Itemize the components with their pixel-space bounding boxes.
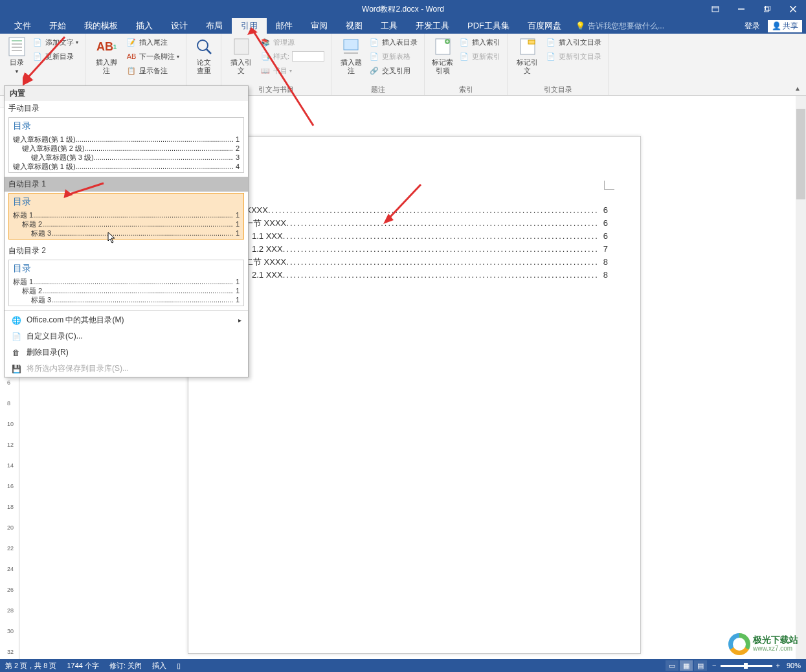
toc-row[interactable]: 2.1 XXX8 — [221, 269, 608, 282]
insert-index-icon: 📄 — [459, 37, 469, 47]
bibliography-button[interactable]: 📖书目▾ — [258, 63, 327, 78]
insert-table-figures-button[interactable]: 📄插入表目录 — [366, 35, 420, 49]
update-index-button[interactable]: 📄更新索引 — [456, 49, 503, 63]
tab-developer[interactable]: 开发工具 — [407, 18, 458, 34]
ribbon-tabs: 文件 开始 我的模板 插入 设计 布局 引用 邮件 审阅 视图 工具 开发工具 … — [0, 18, 806, 34]
mark-index-button[interactable]: 标记索引项 — [429, 35, 456, 85]
document-page[interactable]: 录 一章 XXXXX6第一节 XXXX61.1 XXX61.2 XXX7第二节 … — [188, 136, 641, 654]
zoom-out-button[interactable]: − — [712, 662, 716, 669]
mark-citation-button[interactable]: 标记引文 — [511, 35, 543, 85]
remove-toc[interactable]: 🗑删除目录(R) — [5, 344, 248, 361]
next-icon: AB — [126, 51, 137, 62]
tab-references[interactable]: 引用 — [232, 18, 267, 34]
ruler-tick: 28 — [7, 607, 14, 614]
custom-toc[interactable]: 📄自定义目录(C)... — [5, 328, 248, 344]
ribbon-display-icon[interactable] — [702, 0, 728, 18]
svg-rect-22 — [528, 40, 535, 44]
tab-mailings[interactable]: 邮件 — [267, 18, 302, 34]
update-icon: 📄 — [369, 51, 379, 62]
update-icon: 📄 — [459, 51, 469, 62]
tof-icon: 📄 — [369, 37, 379, 47]
insert-authority-button[interactable]: 📄插入引文目录 — [543, 35, 604, 49]
toc-row[interactable]: 第二节 XXXX8 — [221, 256, 608, 269]
status-words[interactable]: 1744 个字 — [67, 661, 99, 671]
vertical-scrollbar[interactable] — [796, 96, 806, 659]
zoom-slider[interactable] — [721, 665, 772, 667]
ruler-tick: 32 — [7, 649, 14, 655]
ruler-tick: 26 — [7, 587, 14, 593]
ruler-tick: 8 — [7, 400, 10, 407]
thesis-check-button[interactable]: 论文查重 — [190, 35, 217, 85]
endnote-icon: 📝 — [126, 37, 137, 47]
status-insert[interactable]: 插入 — [152, 661, 166, 671]
insert-citation-button[interactable]: 插入引文 — [225, 35, 258, 85]
scrollbar-thumb[interactable] — [796, 109, 805, 199]
tab-view[interactable]: 视图 — [337, 18, 372, 34]
tell-me-input[interactable]: 💡告诉我您想要做什么... — [576, 18, 664, 34]
toc-row[interactable]: 第一节 XXXX6 — [221, 217, 608, 230]
close-icon[interactable] — [780, 0, 806, 18]
cursor-icon — [107, 232, 117, 243]
collapse-ribbon-icon[interactable]: ▲ — [794, 85, 803, 94]
toc-button[interactable]: 目录▼ — [4, 35, 30, 85]
crossref-icon: 🔗 — [369, 65, 379, 76]
chevron-down-icon: ▼ — [14, 69, 19, 74]
chevron-down-icon: ▾ — [76, 39, 78, 45]
ruler-tick: 20 — [7, 524, 14, 531]
zoom-in-button[interactable]: + — [776, 662, 780, 669]
tab-layout[interactable]: 布局 — [197, 18, 232, 34]
gallery-section-auto2: 自动目录 2 — [5, 243, 248, 258]
toc-gallery-dropdown: 内置 手动目录 目录 键入章标题(第 1 级)1键入章标题(第 2 级)2键入章… — [4, 85, 249, 377]
manage-sources-button[interactable]: 📚管理源 — [258, 35, 327, 49]
update-toc-button[interactable]: 📄更新目录 — [30, 49, 81, 63]
caption-icon — [341, 36, 361, 57]
macro-icon[interactable]: ▯ — [177, 662, 181, 670]
gallery-header: 内置 — [5, 86, 248, 101]
update-authority-button[interactable]: 📄更新引文目录 — [543, 49, 604, 63]
share-button[interactable]: 👤共享 — [768, 20, 802, 32]
tab-home[interactable]: 开始 — [40, 18, 75, 34]
cross-reference-button[interactable]: 🔗交叉引用 — [366, 63, 420, 78]
svg-rect-0 — [712, 6, 719, 12]
svg-rect-3 — [764, 7, 768, 12]
gallery-item-manual[interactable]: 目录 键入章标题(第 1 级)1键入章标题(第 2 级)2键入章标题(第 3 级… — [8, 117, 244, 173]
gallery-item-auto2[interactable]: 目录 标题 11标题 21标题 31 — [8, 260, 244, 306]
zoom-level[interactable]: 90% — [787, 662, 801, 669]
more-office-toc[interactable]: 🌐Office.com 中的其他目录(M)▸ — [5, 312, 248, 328]
insert-endnote-button[interactable]: 📝插入尾注 — [124, 35, 182, 49]
tab-insert[interactable]: 插入 — [127, 18, 162, 34]
insert-caption-button[interactable]: 插入题注 — [335, 35, 366, 85]
toc-row[interactable]: 1.2 XXX7 — [221, 243, 608, 256]
show-notes-button[interactable]: 📋显示备注 — [124, 63, 182, 78]
paragraph-mark-icon — [604, 181, 614, 190]
style-select[interactable]: 📑样式: — [258, 49, 327, 63]
ruler-tick: 10 — [7, 421, 14, 427]
preview-row: 键入章标题(第 2 级)2 — [13, 144, 240, 153]
tab-design[interactable]: 设计 — [162, 18, 197, 34]
read-mode-icon[interactable]: ▭ — [666, 660, 678, 671]
tab-templates[interactable]: 我的模板 — [75, 18, 127, 34]
print-layout-icon[interactable]: ▦ — [680, 660, 693, 671]
tab-tools[interactable]: 工具 — [372, 18, 407, 34]
toc-row[interactable]: 一章 XXXXX6 — [221, 204, 608, 217]
preview-row: 标题 21 — [13, 286, 240, 295]
status-page[interactable]: 第 2 页，共 8 页 — [5, 661, 56, 671]
tab-file[interactable]: 文件 — [5, 18, 40, 34]
toc-row[interactable]: 1.1 XXX6 — [221, 230, 608, 243]
restore-icon[interactable] — [754, 0, 780, 18]
tab-baidu[interactable]: 百度网盘 — [519, 18, 570, 34]
update-table-button[interactable]: 📄更新表格 — [366, 49, 420, 63]
login-link[interactable]: 登录 — [744, 21, 760, 32]
tab-review[interactable]: 审阅 — [302, 18, 337, 34]
minimize-icon[interactable] — [728, 0, 754, 18]
ruler-tick: 22 — [7, 545, 14, 552]
status-track[interactable]: 修订: 关闭 — [109, 661, 142, 671]
insert-index-button[interactable]: 📄插入索引 — [456, 35, 503, 49]
web-layout-icon[interactable]: ▤ — [694, 660, 707, 671]
add-text-button[interactable]: 📄添加文字▾ — [30, 35, 81, 49]
next-footnote-button[interactable]: AB下一条脚注▾ — [124, 49, 182, 63]
insert-footnote-button[interactable]: AB1 插入脚注 — [89, 35, 124, 85]
gallery-item-auto1[interactable]: 目录 标题 11标题 21标题 31 — [8, 193, 244, 240]
tab-pdf[interactable]: PDF工具集 — [458, 18, 519, 34]
update-icon: 📄 — [546, 51, 556, 62]
